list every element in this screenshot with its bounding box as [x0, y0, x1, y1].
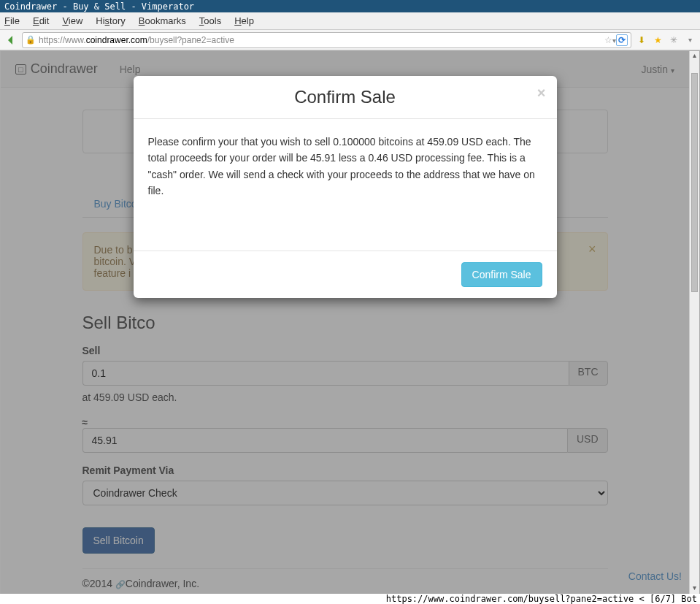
statusline-text: https://www.coindrawer.com/buysell?pane2…	[386, 594, 697, 604]
url-domain: coindrawer.com	[86, 35, 147, 45]
back-button[interactable]	[4, 34, 18, 47]
menu-history[interactable]: History	[96, 15, 125, 26]
vimperator-statusline: https://www.coindrawer.com/buysell?pane2…	[0, 594, 700, 604]
modal-overlay[interactable]: × Confirm Sale Please confirm your that …	[1, 51, 689, 594]
window-title: Coindrawer - Buy & Sell - Vimperator	[4, 1, 194, 12]
menu-file[interactable]: File	[4, 15, 20, 26]
url-path: /buysell?pane2=active	[147, 35, 234, 45]
addon-icon[interactable]	[668, 34, 680, 46]
confirm-sale-button[interactable]: Confirm Sale	[461, 262, 542, 287]
menu-tools[interactable]: Tools	[199, 15, 221, 26]
browser-toolbar: 🔒 https://www.coindrawer.com/buysell?pan…	[0, 30, 700, 50]
modal-title: Confirm Sale	[148, 87, 542, 107]
modal-body: Please confirm your that you wish to sel…	[134, 119, 557, 214]
toolbar-menu-icon[interactable]	[684, 34, 696, 46]
modal-footer: Confirm Sale	[134, 251, 557, 298]
menu-help[interactable]: Help	[234, 15, 254, 26]
menu-view[interactable]: View	[62, 15, 82, 26]
modal-header: × Confirm Sale	[134, 76, 557, 119]
reload-icon[interactable]	[616, 34, 628, 46]
window-titlebar: Coindrawer - Buy & Sell - Vimperator	[0, 0, 700, 12]
confirm-sale-modal: × Confirm Sale Please confirm your that …	[134, 76, 557, 298]
browser-menubar: File Edit View History Bookmarks Tools H…	[0, 12, 700, 30]
download-icon[interactable]	[636, 34, 647, 46]
vertical-scrollbar[interactable]: ▴ ▾	[689, 51, 699, 594]
scroll-up-icon[interactable]: ▴	[690, 51, 699, 61]
lock-icon: 🔒	[26, 35, 36, 45]
menu-edit[interactable]: Edit	[33, 15, 49, 26]
modal-close-icon[interactable]: ×	[537, 85, 546, 102]
scroll-down-icon[interactable]: ▾	[690, 584, 699, 594]
url-bar[interactable]: 🔒 https://www.coindrawer.com/buysell?pan…	[22, 32, 631, 48]
menu-bookmarks[interactable]: Bookmarks	[139, 15, 186, 26]
bookmark-star-icon[interactable]	[652, 34, 664, 46]
star-icon[interactable]	[604, 35, 612, 45]
url-prefix: https://www.	[39, 35, 86, 45]
content-area: □ Coindrawer Help Justin Buy Bitco Due t…	[0, 50, 700, 595]
scrollbar-thumb[interactable]	[691, 73, 698, 292]
